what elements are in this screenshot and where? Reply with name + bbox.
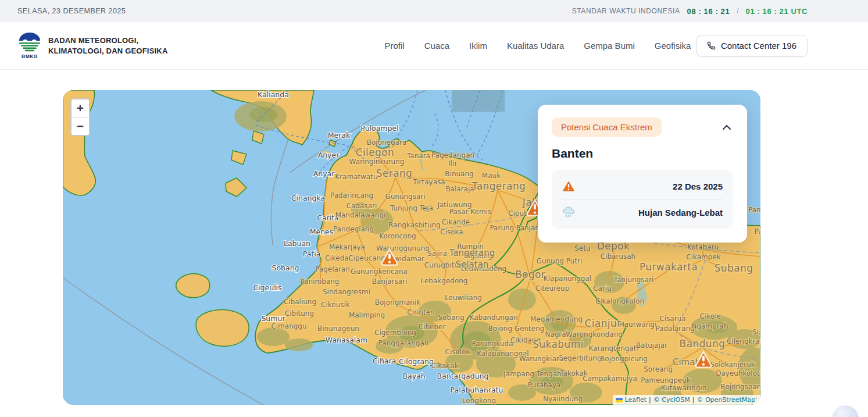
bmkg-logo-icon: BMKG <box>16 32 43 60</box>
map-label: Cibaliung <box>284 298 316 306</box>
map-label: Koroncong <box>379 232 416 240</box>
map-label: Parung Panjang <box>490 224 544 232</box>
map-label: Cikakak <box>431 362 459 370</box>
map-label: Cikampek <box>686 253 720 261</box>
map-label: Karangtengah <box>589 344 638 352</box>
map-label: Kabandungan <box>470 313 518 322</box>
region-title: Banten <box>552 147 733 161</box>
zoom-out-button[interactable]: − <box>72 117 89 135</box>
map-label: Balaraja <box>445 185 474 193</box>
weather-map[interactable]: KaliandaMerakPuloampelAnyerAnyarCinangka… <box>63 90 760 405</box>
nav-cuaca[interactable]: Cuaca <box>424 41 449 51</box>
ukraine-flag-icon <box>616 398 623 402</box>
map-attribution: Leaflet | © CyclOSM | © OpenStreetMap' <box>613 395 760 405</box>
nav-geofisika[interactable]: Geofisika <box>655 41 691 51</box>
map-label: Rangkasbitung <box>388 221 440 229</box>
map-label: Lengkong <box>462 397 496 405</box>
map-label: Lebakgedong <box>421 277 468 285</box>
agency-name: BADAN METEOROLOGI, KLIMATOLOGI, DAN GEOF… <box>48 35 168 56</box>
map-label: Solokanjeruk <box>710 361 755 369</box>
nav-profil[interactable]: Profil <box>385 41 405 51</box>
map-label: Cikeusik <box>321 301 350 309</box>
map-label: Bogor <box>515 269 545 280</box>
map-label: Haurwangi <box>619 320 657 329</box>
map-label: Pagedangan <box>431 151 474 159</box>
map-label: Nyalindung <box>543 395 583 403</box>
map-label: Parungkuda <box>472 340 513 348</box>
map-label: Panggarangan <box>378 339 429 347</box>
map-label: Mekarjaya <box>329 243 365 251</box>
map-label: Ilir <box>448 159 457 167</box>
map-label: Binunageun <box>317 325 359 333</box>
map-label: Bojongpicung <box>600 355 648 363</box>
map-label: Pandeglang <box>333 225 374 233</box>
nav-gempa-bumi[interactable]: Gempa Bumi <box>584 41 635 51</box>
map-label: Gunung Putri <box>537 257 583 265</box>
extreme-weather-badge[interactable]: Potensi Cuaca Ekstrem <box>552 117 662 137</box>
nav-iklim[interactable]: Iklim <box>469 41 487 51</box>
map-label: Cisolok <box>445 348 470 356</box>
contact-center-button[interactable]: Contact Center 196 <box>696 35 808 57</box>
warning-type: Hujan Sedang-Lebat <box>638 208 723 218</box>
collapse-card-button[interactable] <box>720 121 733 134</box>
nav-kualitas-udara[interactable]: Kualitas Udara <box>507 41 564 51</box>
map-label: Dayeuhkolot <box>716 369 760 377</box>
chat-widget-button[interactable] <box>832 405 859 417</box>
map-label: Cadasari <box>347 202 377 210</box>
attribution-osm-link[interactable]: © OpenStreetMap' <box>696 396 757 404</box>
map-label: Sumedang <box>752 328 760 336</box>
map-zoom-control: + − <box>70 98 90 136</box>
map-label: Bojonegara <box>367 138 407 147</box>
map-label: Gegerbitung <box>558 354 601 362</box>
map-label: Sajira <box>427 250 447 258</box>
map-label: Sukabumi <box>533 338 584 350</box>
map-label: Sobang <box>272 263 299 272</box>
warning-triangle-icon <box>562 180 575 192</box>
map-label: Campakamulya <box>583 375 637 383</box>
map-label: Cibeber <box>419 323 446 331</box>
map-label: Klapanunggal <box>544 275 591 283</box>
map-label: Cisarua <box>659 315 685 323</box>
attribution-leaflet-link[interactable]: Leaflet <box>625 396 646 404</box>
map-label: Wanasalam <box>326 336 367 344</box>
attribution-separator: | <box>649 396 651 404</box>
map-label: Binuang <box>445 170 473 178</box>
map-label: Cikedal <box>325 254 351 262</box>
bmkg-logo-caption: BMKG <box>22 54 38 59</box>
zoom-in-button[interactable]: + <box>72 99 89 117</box>
rain-cloud-icon <box>562 206 576 219</box>
map-label: Cikalongkulon <box>595 297 644 305</box>
map-label: Kotabaru <box>687 243 719 251</box>
map-label: Cibarusah <box>601 252 635 261</box>
map-label: Cilograng <box>399 357 434 366</box>
map-label: Megamendung <box>530 315 583 323</box>
map-label: Sindangresmi <box>323 288 370 296</box>
attribution-separator: | <box>692 396 695 404</box>
top-bar: SELASA, 23 DESEMBER 2025 STANDAR WAKTU I… <box>0 0 868 22</box>
main-nav: Profil Cuaca Iklim Kualitas Udara Gempa … <box>385 41 691 51</box>
map-label: Tirtayasa <box>412 178 445 186</box>
clock: STANDAR WAKTU INDONESIA 08 : 16 : 21 / 0… <box>572 7 808 16</box>
chevron-up-icon <box>722 124 731 130</box>
map-label: Mauk <box>482 172 501 180</box>
map-label: Cikande <box>442 218 470 226</box>
map-label: Purabaya <box>528 381 560 389</box>
map-label: Selatan <box>456 259 489 270</box>
map-label: Jampang Tengah <box>503 370 561 378</box>
map-label: Menes <box>310 227 334 236</box>
map-label: Anyer <box>318 151 340 159</box>
map-label: Cikole <box>700 312 721 320</box>
attribution-cyclosm-link[interactable]: © CyclOSM <box>653 396 690 404</box>
map-label: Tanara <box>406 152 430 160</box>
map-label: Cirinten <box>407 308 434 316</box>
map-label: Anyar <box>313 169 335 178</box>
brand[interactable]: BMKG BADAN METEOROLOGI, KLIMATOLOGI, DAN… <box>16 32 168 60</box>
map-label: Kramatwatu <box>335 173 377 181</box>
map-label: Cilengkrang <box>727 337 760 345</box>
map-label: Padarincang <box>330 191 373 199</box>
extreme-weather-card: Potensi Cuaca Ekstrem Banten 22 Des 2025 <box>538 105 747 243</box>
warning-date: 22 Des 2025 <box>673 181 723 191</box>
map-label: Banjarsari <box>372 277 408 286</box>
phone-icon <box>707 41 716 50</box>
map-label: Subang <box>715 262 753 274</box>
